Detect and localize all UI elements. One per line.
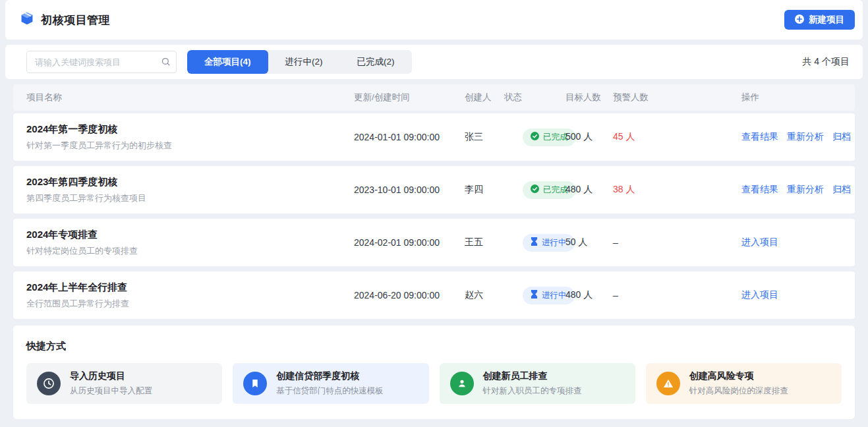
toolbar: 全部项目(4) 进行中(2) 已完成(2) 共 4 个项目 [5, 45, 863, 79]
status-label: 进行中 [542, 290, 567, 301]
table-row: 2024年上半年全行排查 全行范围员工异常行为排查 2024-06-20 09:… [13, 271, 855, 319]
project-actions: 查看结果 重新分析 归档 [741, 184, 851, 196]
table-header: 项目名称 更新/创建时间 创建人 状态 目标人数 预警人数 操作 [13, 84, 855, 111]
shortcut-description: 基于信贷部门特点的快速模板 [276, 385, 384, 397]
project-name: 2024年第一季度初核 [26, 123, 354, 136]
shortcut-text: 创建信贷部季度初核 基于信贷部门特点的快速模板 [276, 370, 384, 397]
shortcut-text: 创建新员工排查 针对新入职员工的专项排查 [483, 370, 582, 397]
reanalyze-link[interactable]: 重新分析 [787, 131, 824, 143]
search-input[interactable] [26, 51, 177, 73]
column-header-warning-count: 预警人数 [613, 92, 741, 103]
project-name-cell: 2024年专项排查 针对特定岗位员工的专项排查 [26, 229, 354, 257]
check-circle-icon [531, 185, 539, 195]
project-warning-count: 38 人 [613, 184, 741, 196]
project-creator: 王五 [465, 237, 504, 248]
new-project-button-label: 新建项目 [809, 14, 844, 26]
shortcuts-panel: 快捷方式 导入历史项目 从历史项目中导入配置 创建信贷部季度初核 [13, 326, 855, 419]
shortcut-new-employee-screening[interactable]: 创建新员工排查 针对新入职员工的专项排查 [440, 363, 635, 404]
project-creator: 李四 [465, 184, 504, 196]
column-header-actions: 操作 [741, 92, 842, 103]
tab-completed[interactable]: 已完成(2) [340, 50, 412, 74]
archive-link[interactable]: 归档 [832, 184, 851, 196]
enter-project-link[interactable]: 进入项目 [741, 237, 778, 248]
filter-tabs: 全部项目(4) 进行中(2) 已完成(2) [187, 50, 412, 74]
shortcut-text: 导入历史项目 从历史项目中导入配置 [70, 370, 152, 397]
column-header-project-name: 项目名称 [26, 92, 354, 103]
shortcut-credit-dept-review[interactable]: 创建信贷部季度初核 基于信贷部门特点的快速模板 [233, 363, 428, 404]
shortcut-text: 创建高风险专项 针对高风险岗位的深度排查 [689, 370, 788, 397]
check-circle-icon [531, 132, 539, 142]
project-description: 全行范围员工异常行为排查 [26, 298, 354, 310]
project-description: 第四季度员工异常行为核查项目 [26, 192, 354, 204]
project-time: 2024-06-20 09:00:00 [354, 290, 465, 300]
project-time: 2024-02-01 09:00:00 [354, 237, 465, 248]
project-name: 2024年上半年全行排查 [26, 281, 354, 294]
shortcut-title: 创建新员工排查 [483, 370, 582, 382]
archive-link[interactable]: 归档 [832, 131, 851, 143]
column-header-status: 状态 [504, 92, 565, 103]
tab-in-progress[interactable]: 进行中(2) [268, 50, 340, 74]
page: 初核项目管理 新建项目 全部项目(4) 进行中(2) 已完成(2 [0, 0, 868, 427]
project-target-count: 500 人 [565, 131, 613, 143]
search-box [26, 51, 177, 73]
project-name-cell: 2024年第一季度初核 针对第一季度员工异常行为的初步核查 [26, 123, 354, 152]
table-row: 2024年第一季度初核 针对第一季度员工异常行为的初步核查 2024-01-01… [13, 113, 855, 161]
view-results-link[interactable]: 查看结果 [741, 184, 778, 196]
project-time: 2024-01-01 09:00:00 [354, 132, 465, 142]
bookmark-icon [243, 372, 267, 395]
plus-circle-icon [795, 14, 804, 26]
project-warning-count: 45 人 [613, 131, 741, 143]
status-label: 已完成 [543, 185, 568, 196]
new-project-button[interactable]: 新建项目 [784, 10, 855, 30]
project-count: 共 4 个项目 [802, 56, 850, 68]
project-target-count: 480 人 [565, 289, 613, 301]
search-icon[interactable] [161, 57, 171, 67]
page-title-group: 初核项目管理 [20, 11, 110, 28]
project-status-cell: 已完成 [504, 181, 565, 199]
user-icon [450, 372, 474, 395]
project-creator: 张三 [465, 131, 504, 143]
project-time: 2023-10-01 09:00:00 [354, 185, 465, 195]
project-status-cell: 已完成 [504, 128, 565, 146]
shortcut-title: 创建高风险专项 [689, 370, 788, 382]
view-results-link[interactable]: 查看结果 [741, 131, 778, 143]
project-name-cell: 2023年第四季度初核 第四季度员工异常行为核查项目 [26, 176, 354, 204]
project-target-count: 50 人 [565, 237, 613, 248]
column-header-time: 更新/创建时间 [354, 92, 465, 103]
reanalyze-link[interactable]: 重新分析 [787, 184, 824, 196]
project-name: 2024年专项排查 [26, 229, 354, 241]
hourglass-icon [531, 290, 538, 300]
shortcut-import-history[interactable]: 导入历史项目 从历史项目中导入配置 [26, 363, 222, 404]
project-warning-count: – [613, 237, 741, 248]
hourglass-icon [531, 237, 538, 248]
tab-all-projects[interactable]: 全部项目(4) [187, 50, 268, 74]
project-actions: 查看结果 重新分析 归档 [741, 131, 851, 143]
status-label: 进行中 [542, 237, 567, 248]
warning-triangle-icon [656, 372, 680, 395]
status-label: 已完成 [543, 132, 568, 143]
shortcuts-title: 快捷方式 [26, 340, 842, 353]
project-status-cell: 进行中 [504, 287, 565, 304]
table-row: 2024年专项排查 针对特定岗位员工的专项排查 2024-02-01 09:00… [13, 219, 855, 266]
column-header-creator: 创建人 [465, 92, 504, 103]
project-name-cell: 2024年上半年全行排查 全行范围员工异常行为排查 [26, 281, 354, 310]
page-title: 初核项目管理 [41, 13, 110, 28]
shortcut-description: 针对新入职员工的专项排查 [483, 385, 582, 397]
shortcut-title: 导入历史项目 [70, 370, 152, 382]
shortcut-description: 针对高风险岗位的深度排查 [689, 385, 788, 397]
project-description: 针对特定岗位员工的专项排查 [26, 245, 354, 257]
shortcut-title: 创建信贷部季度初核 [276, 370, 384, 382]
project-description: 针对第一季度员工异常行为的初步核查 [26, 140, 354, 152]
shortcut-cards: 导入历史项目 从历史项目中导入配置 创建信贷部季度初核 基于信贷部门特点的快速模… [26, 363, 842, 404]
project-warning-count: – [613, 290, 741, 300]
table-row: 2023年第四季度初核 第四季度员工异常行为核查项目 2023-10-01 09… [13, 166, 855, 214]
project-actions: 进入项目 [741, 289, 842, 301]
shortcut-description: 从历史项目中导入配置 [70, 385, 152, 397]
project-target-count: 480 人 [565, 184, 613, 196]
page-header: 初核项目管理 新建项目 [5, 0, 863, 40]
cube-icon [20, 11, 34, 28]
enter-project-link[interactable]: 进入项目 [741, 289, 778, 301]
shortcut-high-risk-special[interactable]: 创建高风险专项 针对高风险岗位的深度排查 [646, 363, 842, 404]
project-status-cell: 进行中 [504, 234, 565, 252]
project-actions: 进入项目 [741, 237, 842, 248]
